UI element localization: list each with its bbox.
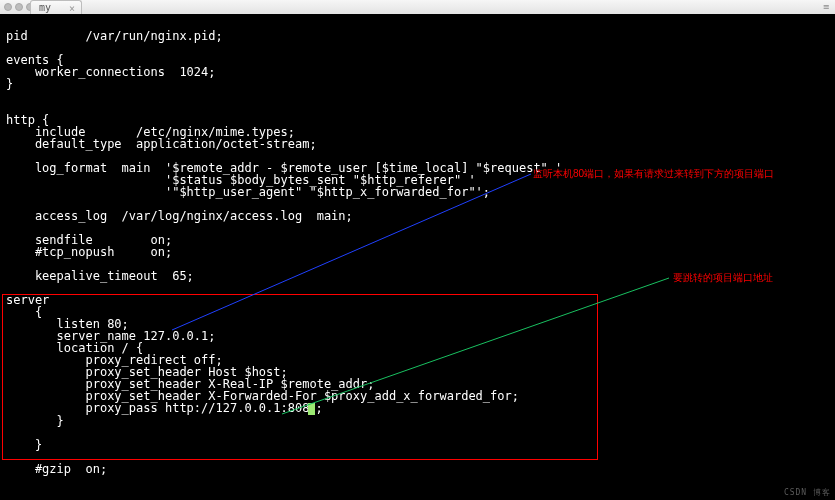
annotation-top: 监听本机80端口，如果有请求过来转到下方的项目端口	[533, 167, 774, 181]
watermark: CSDN 博客	[784, 487, 831, 498]
app-window: my × ≡ pid /var/run/nginx.pid; events { …	[0, 0, 835, 500]
code-line: keepalive_timeout 65;	[6, 269, 194, 283]
close-dot[interactable]	[4, 3, 12, 11]
menu-icon[interactable]: ≡	[823, 2, 829, 12]
code-line: worker_connections 1024;	[6, 65, 216, 79]
code-line: }	[6, 414, 64, 428]
min-dot[interactable]	[15, 3, 23, 11]
code-line: '"$http_user_agent" "$http_x_forwarded_f…	[6, 185, 490, 199]
titlebar: my × ≡	[0, 0, 835, 15]
code-line: access_log /var/log/nginx/access.log mai…	[6, 209, 353, 223]
tab-bar: my ×	[30, 0, 82, 14]
code-line: proxy_pass http://127.0.0.1:808	[6, 401, 309, 415]
terminal-content[interactable]: pid /var/run/nginx.pid; events { worker_…	[0, 14, 835, 500]
code-line: #tcp_nopush on;	[6, 245, 172, 259]
tab-title: my	[39, 2, 51, 13]
annotation-bottom: 要跳转的项目端口地址	[673, 271, 773, 285]
code-line: pid /var/run/nginx.pid;	[6, 29, 223, 43]
code-line: #gzip on;	[6, 462, 107, 476]
tab-my[interactable]: my ×	[30, 0, 82, 14]
code-line: }	[6, 77, 13, 91]
code-line: default_type application/octet-stream;	[6, 137, 317, 151]
code-line-tail: ;	[315, 401, 322, 415]
code-line: }	[6, 438, 42, 452]
